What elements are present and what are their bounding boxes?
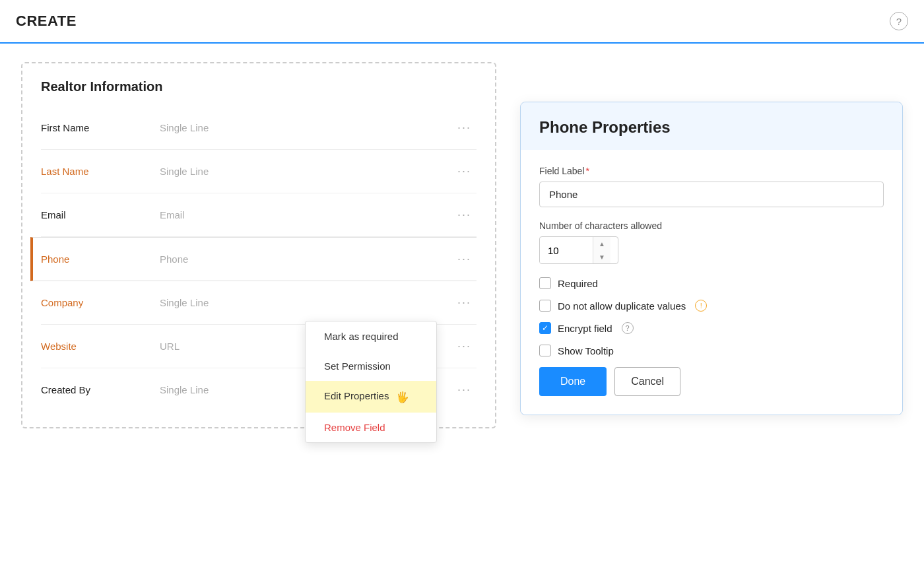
context-menu-edit-properties[interactable]: Edit Properties 🖐 — [306, 381, 436, 413]
required-label: Required — [558, 278, 598, 289]
field-menu-company[interactable]: ··· — [452, 293, 477, 312]
required-star: * — [586, 166, 589, 176]
field-menu-last-name[interactable]: ··· — [452, 162, 477, 181]
chars-input-wrapper: ▲ ▼ — [539, 236, 618, 264]
done-button[interactable]: Done — [539, 367, 607, 396]
context-menu-remove-field[interactable]: Remove Field — [306, 413, 436, 442]
cancel-button[interactable]: Cancel — [614, 367, 680, 396]
field-menu-email[interactable]: ··· — [452, 205, 477, 224]
field-label-first-name: First Name — [41, 122, 160, 133]
panel-footer: Done Cancel — [539, 367, 884, 396]
field-type-phone: Phone — [160, 253, 452, 265]
encrypt-label: Encrypt field — [558, 323, 612, 334]
chars-group: Number of characters allowed ▲ ▼ — [539, 220, 884, 264]
checkbox-no-duplicate: Do not allow duplicate values ! — [539, 300, 884, 312]
encrypt-checkbox[interactable]: ✓ — [539, 322, 551, 334]
properties-panel: Phone Properties Field Label* Number of … — [520, 102, 903, 415]
chars-label: Number of characters allowed — [539, 220, 884, 231]
main-content: Realtor Information First Name Single Li… — [0, 44, 924, 571]
field-row-first-name: First Name Single Line ··· — [41, 106, 477, 150]
field-type-first-name: Single Line — [160, 122, 452, 133]
panel-title: Phone Properties — [539, 118, 884, 137]
field-menu-website[interactable]: ··· — [452, 337, 477, 356]
field-label-company: Company — [41, 297, 160, 308]
panel-header: Phone Properties — [521, 102, 902, 150]
field-type-last-name: Single Line — [160, 166, 452, 177]
field-label-phone: Phone — [41, 253, 160, 265]
duplicate-info-icon: ! — [695, 300, 707, 312]
field-label-website: Website — [41, 341, 160, 352]
encrypt-help-icon: ? — [622, 322, 634, 334]
field-row-phone: Phone Phone ··· — [30, 237, 477, 281]
context-menu: Mark as required Set Permission Edit Pro… — [305, 321, 437, 443]
field-label-email: Email — [41, 209, 160, 220]
field-label-last-name: Last Name — [41, 166, 160, 177]
context-menu-mark-required[interactable]: Mark as required — [306, 321, 436, 351]
field-menu-phone[interactable]: ··· — [452, 250, 477, 269]
checkbox-required: Required — [539, 277, 884, 289]
spinner-up[interactable]: ▲ — [593, 237, 610, 250]
spinner-down[interactable]: ▼ — [593, 250, 610, 263]
required-checkbox[interactable] — [539, 277, 551, 289]
no-duplicate-checkbox[interactable] — [539, 300, 551, 312]
checkbox-tooltip: Show Tooltip — [539, 345, 884, 356]
field-label-group: Field Label* — [539, 166, 884, 207]
context-menu-set-permission[interactable]: Set Permission — [306, 351, 436, 381]
form-title: Realtor Information — [41, 79, 477, 94]
field-type-email: Email — [160, 209, 452, 220]
tooltip-checkbox[interactable] — [539, 345, 551, 356]
field-menu-created-by[interactable]: ··· — [452, 380, 477, 399]
number-spinner: ▲ ▼ — [593, 237, 610, 263]
field-label-input[interactable] — [539, 182, 884, 207]
no-duplicate-label: Do not allow duplicate values — [558, 300, 686, 312]
panel-body: Field Label* Number of characters allowe… — [521, 150, 902, 415]
cursor-icon: 🖐 — [396, 391, 409, 403]
field-row-last-name: Last Name Single Line ··· — [41, 150, 477, 193]
app-header: CREATE ? — [0, 0, 924, 44]
field-label-label: Field Label* — [539, 166, 884, 176]
checkbox-encrypt: ✓ Encrypt field ? — [539, 322, 884, 334]
field-label-created-by: Created By — [41, 384, 160, 395]
chars-input[interactable] — [540, 238, 593, 263]
field-type-company: Single Line — [160, 297, 452, 308]
tooltip-label: Show Tooltip — [558, 345, 614, 356]
help-button[interactable]: ? — [890, 12, 908, 30]
page-title: CREATE — [16, 13, 77, 30]
field-menu-first-name[interactable]: ··· — [452, 118, 477, 137]
field-row-email: Email Email ··· — [41, 193, 477, 237]
field-row-company: Company Single Line ··· — [41, 281, 477, 325]
